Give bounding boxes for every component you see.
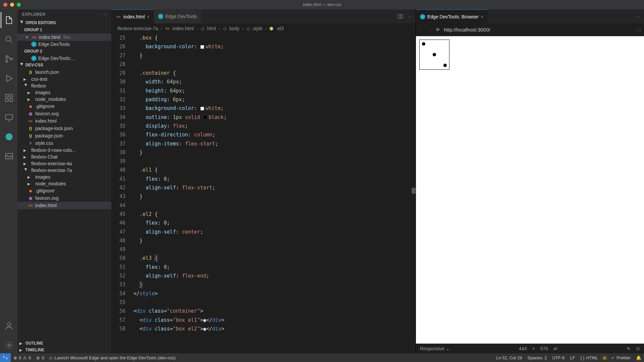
tree-item[interactable]: #style.css [17, 139, 111, 147]
tree-label: flexbox-Chat [31, 154, 58, 160]
tree-label: package-lock.json [35, 126, 73, 131]
status-bar: ⊗0 ⚠0 ⊚0 ▷Launch Microsoft Edge and open… [0, 353, 644, 362]
run-debug-icon[interactable] [1, 70, 17, 86]
tree-item-folder[interactable]: ▶node_modules [17, 96, 111, 103]
remote-icon[interactable] [1, 109, 17, 125]
extensions-icon[interactable] [1, 90, 17, 106]
code-editor[interactable]: 25 26 27 28 29 30 31 32 33 34 35 36 37 3… [111, 34, 416, 353]
close-icon[interactable]: × [147, 14, 150, 19]
ports-button[interactable]: ⊚0 [34, 355, 47, 360]
sidebar-more-icon[interactable]: ··· [103, 12, 107, 17]
crumb[interactable]: html [207, 26, 216, 31]
code-icon: { } [580, 355, 584, 360]
inspect-icon[interactable]: ⬚ [637, 27, 641, 32]
tree-item-folder[interactable]: ▶images [17, 89, 111, 96]
prettier-button[interactable]: ✓ Prettier [608, 355, 633, 360]
dot-el3 [443, 64, 447, 67]
tree-item-folder[interactable]: ▶css-test [17, 76, 111, 82]
titlebar: index.html — dev-css [0, 0, 644, 9]
code-content[interactable]: .box { background-color: white; } .conta… [131, 34, 416, 353]
close-icon[interactable]: × [532, 346, 535, 351]
edge-tools-icon[interactable] [1, 129, 17, 145]
rotate-icon[interactable]: ⇄ [553, 346, 557, 351]
language-mode[interactable]: { } HTML [578, 355, 601, 360]
tree-item[interactable]: {}package-lock.json [17, 125, 111, 132]
project-section[interactable]: ▶DEV-CSS [17, 62, 111, 68]
errors-button[interactable]: ⊗0 ⚠0 [11, 355, 34, 360]
tree-item[interactable]: {}package.json [17, 132, 111, 139]
crumb[interactable]: .el3 [276, 26, 284, 31]
maximize-window-button[interactable] [17, 3, 21, 7]
tree-item[interactable]: ▣favicon.svg [17, 110, 111, 117]
timeline-section[interactable]: ▶TIMELINE [17, 347, 111, 353]
split-editor-icon[interactable] [398, 14, 403, 19]
cursor-position[interactable]: Ln 52, Col 29 [493, 355, 525, 360]
go-live-button[interactable]: ⊚ [601, 355, 608, 360]
tree-item-folder[interactable]: ▶flexbox-exercise-4a [17, 160, 111, 167]
address-bar[interactable]: http://localhost:3000/ [444, 25, 633, 34]
tree-item[interactable]: <>index.html [17, 202, 111, 209]
tree-item[interactable]: ◆.gitignore [17, 103, 111, 110]
image-tools-icon[interactable] [1, 148, 17, 164]
accounts-icon[interactable] [1, 318, 17, 334]
explorer-icon[interactable] [1, 12, 17, 28]
tree-label: index.html [35, 203, 57, 208]
breadcrumb[interactable]: flexbox-exercise-7a› <>index.html› ◇html… [111, 23, 416, 34]
tree-item[interactable]: {}launch.json [17, 68, 111, 76]
crumb[interactable]: body [229, 26, 239, 31]
source-control-icon[interactable] [1, 51, 17, 67]
tab-edge-devtools[interactable]: Edge DevTools [154, 9, 201, 23]
crumb[interactable]: index.html [172, 26, 194, 31]
tree-item-folder[interactable]: ▶flexbox-3-rows-colu... [17, 147, 111, 154]
svg-point-0 [6, 37, 11, 41]
tab-bar-2: Edge DevTools: Browser× ··· [416, 9, 644, 23]
reload-icon[interactable]: ⟳ [436, 27, 440, 32]
close-icon[interactable]: × [481, 14, 483, 19]
viewport-height[interactable]: 570 [540, 346, 548, 351]
open-editor-index[interactable]: ×<>index.htmlflex... [17, 34, 111, 41]
window-title: index.html — dev-css [303, 2, 341, 7]
open-editor-browser[interactable]: Edge DevTools:... [17, 55, 111, 62]
tree-item-folder[interactable]: ▶flexbox [17, 82, 111, 89]
svg-rect-7 [10, 99, 12, 101]
settings-gear-icon[interactable] [1, 337, 17, 353]
launch-config[interactable]: ▷Launch Microsoft Edge and open the Edge… [47, 355, 178, 360]
minimap-slider[interactable] [412, 188, 416, 194]
eol-button[interactable]: LF [567, 355, 578, 360]
responsive-dropdown[interactable]: Responsive ⌄ [420, 346, 450, 351]
tree-item-folder[interactable]: ▶flexbox-Chat [17, 154, 111, 160]
forward-icon[interactable]: → [428, 27, 432, 32]
back-icon[interactable]: ← [419, 27, 424, 32]
crumb[interactable]: style [253, 26, 263, 31]
outline-section[interactable]: ▶OUTLINE [17, 340, 111, 347]
notifications-icon[interactable]: 🔔 [633, 355, 644, 360]
edit-icon[interactable]: ✎ [627, 346, 631, 351]
tree-label: launch.json [35, 69, 59, 75]
chevron-down-icon: ⌄ [446, 346, 450, 351]
minimize-window-button[interactable] [10, 3, 14, 7]
open-editor-devtools[interactable]: Edge DevTools [17, 41, 111, 48]
settings-icon[interactable]: ⊙ [636, 346, 640, 351]
viewport-width[interactable]: 444 [519, 346, 527, 351]
encoding-button[interactable]: UTF-8 [549, 355, 567, 360]
tree-item-folder[interactable]: ▶images [17, 174, 111, 180]
devtools-footer: Responsive ⌄ 444 × 570 ⇄ ✎ ⊙ [416, 344, 644, 353]
indent-button[interactable]: Spaces: 2 [525, 355, 550, 360]
tree-item[interactable]: ▣favicon.svg [17, 194, 111, 202]
more-actions-icon[interactable]: ··· [408, 14, 412, 19]
remote-button[interactable] [0, 353, 11, 362]
more-actions-icon[interactable]: ··· [636, 14, 640, 19]
tree-item[interactable]: ◆.gitignore [17, 187, 111, 194]
tab-index-html[interactable]: <>index.html× [111, 9, 154, 23]
tree-label: index.html [35, 118, 57, 124]
search-icon[interactable] [1, 32, 17, 48]
tree-item-folder[interactable]: ▶node_modules [17, 180, 111, 187]
browser-preview[interactable] [416, 36, 644, 344]
tab-browser[interactable]: Edge DevTools: Browser× [416, 9, 488, 23]
close-icon[interactable]: × [24, 35, 30, 40]
close-window-button[interactable] [3, 3, 7, 7]
tree-item-folder[interactable]: ▶flexbox-exercise-7a [17, 167, 111, 174]
open-editors-section[interactable]: ▶OPEN EDITORS [17, 19, 111, 26]
crumb[interactable]: flexbox-exercise-7a [117, 26, 158, 31]
tree-item[interactable]: <>index.html [17, 117, 111, 125]
